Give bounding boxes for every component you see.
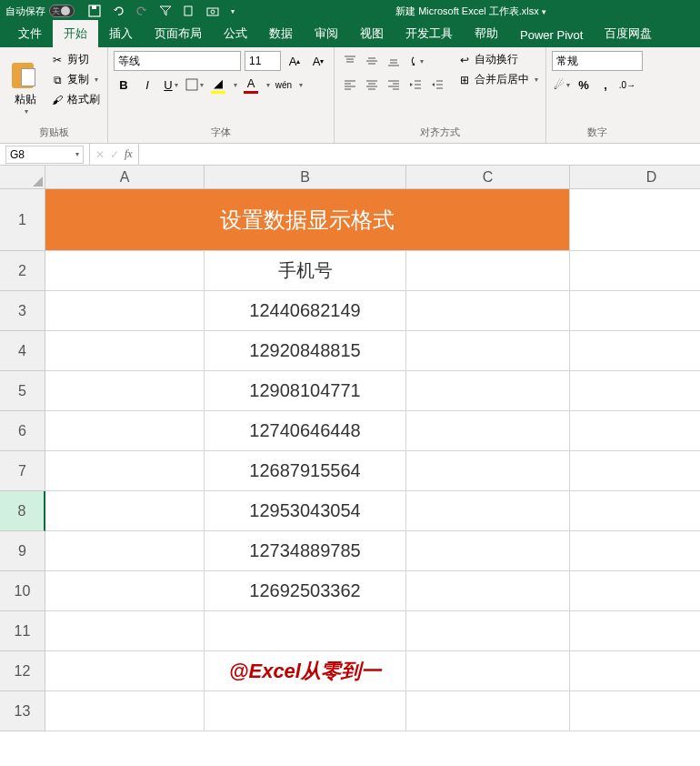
cell[interactable] — [45, 331, 205, 371]
tab-formula[interactable]: 公式 — [213, 20, 258, 47]
comma-button[interactable]: , — [595, 75, 615, 95]
cell-merged-title[interactable]: 设置数据显示格式 — [45, 189, 570, 251]
row-header[interactable]: 9 — [0, 531, 45, 571]
row-header[interactable]: 3 — [0, 291, 45, 331]
cell[interactable] — [570, 691, 700, 731]
decrease-font-button[interactable]: A▾ — [308, 51, 328, 71]
cell[interactable] — [45, 571, 205, 611]
col-header-b[interactable]: B — [205, 166, 406, 189]
toggle-switch[interactable]: 关 — [49, 5, 75, 17]
percent-button[interactable]: % — [574, 75, 594, 95]
paste-values-icon[interactable] — [182, 4, 196, 18]
cell[interactable] — [570, 371, 700, 411]
cell[interactable]: 12687915564 — [205, 451, 406, 491]
undo-icon[interactable] — [111, 4, 125, 18]
cell[interactable] — [406, 371, 570, 411]
tab-data[interactable]: 数据 — [258, 20, 304, 47]
name-box[interactable]: G8▾ — [5, 146, 84, 164]
border-button[interactable]: ▾ — [185, 75, 205, 95]
cell[interactable] — [406, 691, 570, 731]
row-header[interactable]: 2 — [0, 251, 45, 291]
cancel-icon[interactable]: ✕ — [95, 148, 105, 161]
cell[interactable] — [406, 531, 570, 571]
cell[interactable] — [570, 451, 700, 491]
tab-help[interactable]: 帮助 — [464, 20, 509, 47]
paste-button[interactable]: 粘贴 ▾ — [5, 51, 45, 124]
cell[interactable] — [45, 491, 205, 531]
cell[interactable] — [45, 251, 205, 291]
row-header[interactable]: 1 — [0, 189, 45, 251]
camera-icon[interactable] — [205, 4, 220, 18]
cell[interactable] — [45, 451, 205, 491]
align-left-button[interactable] — [340, 75, 360, 95]
row-header[interactable]: 8 — [0, 491, 45, 531]
format-painter-button[interactable]: 🖌格式刷 — [49, 91, 102, 108]
cell[interactable] — [406, 651, 570, 691]
cell[interactable] — [45, 411, 205, 451]
row-header[interactable]: 6 — [0, 411, 45, 451]
cell[interactable] — [406, 611, 570, 651]
orientation-button[interactable]: ⤹▾ — [405, 51, 425, 71]
tab-insert[interactable]: 插入 — [98, 20, 144, 47]
merge-center-button[interactable]: ⊞合并后居中 ▾ — [456, 71, 540, 88]
tab-file[interactable]: 文件 — [7, 20, 53, 47]
cell[interactable] — [406, 331, 570, 371]
confirm-icon[interactable]: ✓ — [110, 148, 119, 161]
select-all-corner[interactable] — [0, 166, 45, 189]
cell[interactable] — [406, 491, 570, 531]
row-header[interactable]: 4 — [0, 331, 45, 371]
row-header[interactable]: 10 — [0, 571, 45, 611]
tab-review[interactable]: 审阅 — [304, 20, 349, 47]
increase-decimal-button[interactable]: .0→ — [617, 75, 637, 95]
cell[interactable] — [45, 611, 205, 651]
font-size-select[interactable] — [245, 51, 281, 71]
cut-button[interactable]: ✂剪切 — [49, 51, 102, 68]
italic-button[interactable]: I — [137, 75, 157, 95]
save-icon[interactable] — [87, 4, 102, 18]
cell[interactable] — [570, 531, 700, 571]
row-header[interactable]: 5 — [0, 371, 45, 411]
currency-button[interactable]: ☄▾ — [552, 75, 572, 95]
cell[interactable] — [570, 611, 700, 651]
cell[interactable]: 12692503362 — [205, 571, 406, 611]
increase-font-button[interactable]: A▴ — [285, 51, 305, 71]
redo-icon[interactable] — [135, 4, 149, 18]
cell-watermark[interactable]: @Excel从零到一 — [205, 651, 406, 691]
tab-powerpivot[interactable]: Power Pivot — [509, 23, 594, 47]
align-right-button[interactable] — [384, 75, 404, 95]
cell[interactable] — [406, 291, 570, 331]
cell[interactable] — [570, 651, 700, 691]
decrease-indent-button[interactable] — [405, 75, 425, 95]
cell[interactable]: 12908104771 — [205, 371, 406, 411]
cell[interactable]: 12440682149 — [205, 291, 406, 331]
row-header[interactable]: 7 — [0, 451, 45, 491]
tab-view[interactable]: 视图 — [349, 20, 395, 47]
cell[interactable] — [570, 189, 700, 251]
cell[interactable] — [45, 371, 205, 411]
align-center-button[interactable] — [362, 75, 382, 95]
cell-b2[interactable]: 手机号 — [205, 251, 406, 291]
cell[interactable] — [570, 491, 700, 531]
cell[interactable] — [406, 451, 570, 491]
cell[interactable] — [45, 531, 205, 571]
cell[interactable]: 12740646448 — [205, 411, 406, 451]
cell[interactable] — [570, 571, 700, 611]
row-header[interactable]: 13 — [0, 691, 45, 731]
cell[interactable] — [205, 611, 406, 651]
filter-icon[interactable] — [158, 4, 173, 18]
qat-more-icon[interactable]: ▾ — [231, 7, 235, 15]
cell[interactable] — [45, 651, 205, 691]
tab-layout[interactable]: 页面布局 — [144, 20, 213, 47]
increase-indent-button[interactable] — [427, 75, 447, 95]
fx-icon[interactable]: fx — [125, 147, 133, 161]
tab-home[interactable]: 开始 — [53, 20, 98, 47]
col-header-d[interactable]: D — [570, 166, 700, 189]
wrap-text-button[interactable]: ↩自动换行 — [456, 51, 540, 68]
cell[interactable]: 12734889785 — [205, 531, 406, 571]
tab-baidu[interactable]: 百度网盘 — [594, 20, 663, 47]
cell[interactable] — [406, 251, 570, 291]
col-header-c[interactable]: C — [406, 166, 570, 189]
underline-button[interactable]: U▾ — [161, 75, 181, 95]
font-name-select[interactable] — [114, 51, 241, 71]
autosave-toggle[interactable]: 自动保存 关 — [0, 5, 80, 18]
